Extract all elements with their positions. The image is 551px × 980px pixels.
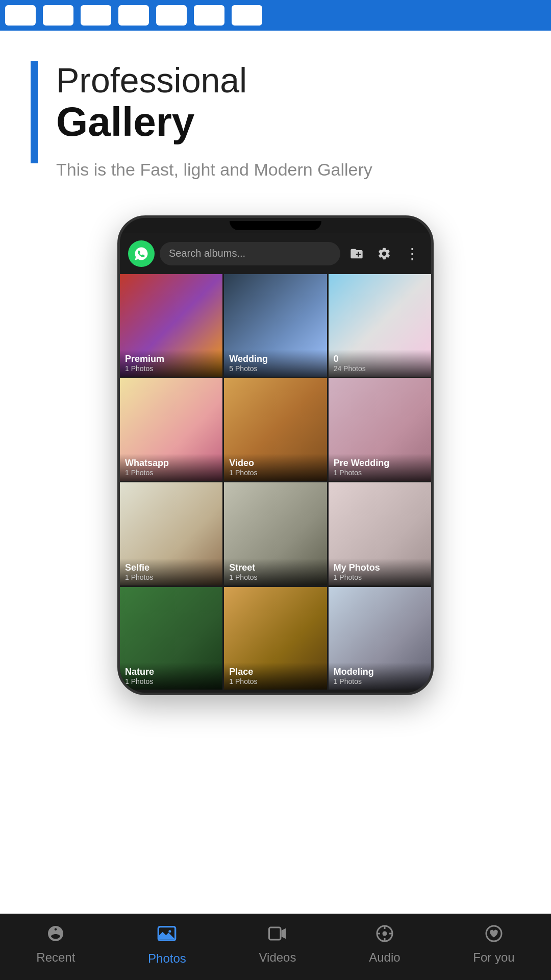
cell-album-name: Whatsapp — [125, 458, 217, 469]
phone-notch — [120, 218, 431, 233]
nav-icon-4 — [485, 924, 503, 947]
accent-bar — [31, 61, 38, 163]
nav-item-recent[interactable]: Recent — [36, 924, 75, 965]
cell-label: Premium 1 Photos — [120, 350, 222, 377]
cell-album-count: 1 Photos — [229, 573, 321, 581]
hero-title-bold: Gallery — [56, 100, 520, 144]
cell-album-name: Pre Wedding — [334, 458, 426, 469]
film-hole — [156, 5, 187, 26]
hero-subtitle: This is the Fast, light and Modern Galle… — [56, 160, 520, 180]
cell-label: Selfie 1 Photos — [120, 558, 222, 585]
cell-album-count: 1 Photos — [334, 469, 426, 477]
foryou-icon — [485, 924, 503, 943]
cell-album-count: 1 Photos — [125, 573, 217, 581]
cell-album-count: 1 Photos — [125, 364, 217, 373]
recent-icon — [46, 924, 65, 943]
cell-album-name: 0 — [334, 354, 426, 364]
nav-item-videos[interactable]: Videos — [259, 924, 296, 965]
audio-icon — [375, 924, 394, 943]
bottom-navigation: Recent Photos Videos Audio For you — [0, 914, 551, 980]
photo-cell[interactable]: Video 1 Photos — [224, 378, 327, 481]
videos-icon — [268, 924, 287, 943]
photo-grid: Premium 1 Photos Wedding 5 Photos 0 24 P… — [120, 274, 431, 691]
settings-button[interactable] — [373, 242, 395, 265]
cell-label: Street 1 Photos — [224, 558, 327, 585]
nav-item-audio[interactable]: Audio — [369, 924, 400, 965]
cell-album-name: My Photos — [334, 562, 426, 573]
cell-album-name: Place — [229, 667, 321, 677]
svg-marker-3 — [281, 928, 286, 939]
nav-item-photos[interactable]: Photos — [148, 923, 186, 966]
film-hole — [232, 5, 262, 26]
cell-label: 0 24 Photos — [329, 350, 431, 377]
photo-cell[interactable]: Selfie 1 Photos — [120, 482, 222, 585]
svg-point-5 — [382, 931, 387, 936]
add-folder-icon — [349, 247, 364, 261]
photo-cell[interactable]: Nature 1 Photos — [120, 587, 222, 690]
photo-cell[interactable]: Premium 1 Photos — [120, 274, 222, 377]
phone-mockup: Search albums... ⋮ Premium — [117, 215, 434, 695]
cell-album-name: Street — [229, 562, 321, 573]
cell-label: Place 1 Photos — [224, 663, 327, 690]
power-button — [431, 279, 434, 310]
photo-cell[interactable]: Street 1 Photos — [224, 482, 327, 585]
cell-label: Video 1 Photos — [224, 454, 327, 481]
svg-point-1 — [169, 930, 171, 933]
nav-label-2: Videos — [259, 950, 296, 965]
search-input[interactable]: Search albums... — [160, 242, 340, 265]
photo-cell[interactable]: My Photos 1 Photos — [329, 482, 431, 585]
film-hole — [81, 5, 111, 26]
cell-album-name: Modeling — [334, 667, 426, 677]
cell-album-count: 1 Photos — [125, 469, 217, 477]
photos-icon — [157, 923, 177, 944]
photo-cell[interactable]: Place 1 Photos — [224, 587, 327, 690]
whatsapp-svg — [134, 246, 149, 261]
cell-label: Wedding 5 Photos — [224, 350, 327, 377]
hero-title-wrap: Professional Gallery — [31, 61, 520, 144]
cell-album-name: Wedding — [229, 354, 321, 364]
cell-album-name: Selfie — [125, 562, 217, 573]
photo-cell[interactable]: 0 24 Photos — [329, 274, 431, 377]
cell-label: Modeling 1 Photos — [329, 663, 431, 690]
film-hole — [118, 5, 149, 26]
film-hole — [194, 5, 224, 26]
cell-album-count: 1 Photos — [334, 573, 426, 581]
svg-rect-2 — [269, 927, 281, 940]
cell-album-count: 5 Photos — [229, 364, 321, 373]
cell-album-count: 1 Photos — [229, 677, 321, 685]
nav-label-0: Recent — [36, 950, 75, 965]
cell-album-count: 1 Photos — [334, 677, 426, 685]
cell-label: My Photos 1 Photos — [329, 558, 431, 585]
nav-label-1: Photos — [148, 951, 186, 966]
photo-cell[interactable]: Pre Wedding 1 Photos — [329, 378, 431, 481]
phone-mockup-wrapper: Search albums... ⋮ Premium — [0, 215, 551, 705]
settings-icon — [377, 247, 391, 261]
nav-icon-3 — [375, 924, 394, 947]
add-folder-button[interactable] — [345, 242, 368, 265]
nav-item-for-you[interactable]: For you — [473, 924, 514, 965]
hero-title-light: Professional — [56, 61, 520, 100]
search-row: Search albums... ⋮ — [120, 233, 431, 274]
film-hole — [43, 5, 73, 26]
photo-cell[interactable]: Wedding 5 Photos — [224, 274, 327, 377]
cell-album-count: 24 Photos — [334, 364, 426, 373]
cell-label: Whatsapp 1 Photos — [120, 454, 222, 481]
cell-label: Nature 1 Photos — [120, 663, 222, 690]
cell-album-count: 1 Photos — [125, 677, 217, 685]
more-options-button[interactable]: ⋮ — [400, 242, 423, 265]
cell-album-name: Video — [229, 458, 321, 469]
cell-album-name: Premium — [125, 354, 217, 364]
cell-label: Pre Wedding 1 Photos — [329, 454, 431, 481]
notch-bar — [230, 221, 321, 230]
film-hole — [5, 5, 36, 26]
nav-icon-2 — [268, 924, 287, 947]
photo-cell[interactable]: Whatsapp 1 Photos — [120, 378, 222, 481]
photo-cell[interactable]: Modeling 1 Photos — [329, 587, 431, 690]
whatsapp-icon[interactable] — [128, 240, 155, 267]
nav-label-4: For you — [473, 950, 514, 965]
nav-icon-1 — [157, 923, 177, 948]
app-screen: Search albums... ⋮ Premium — [120, 233, 431, 693]
nav-icon-0 — [46, 924, 65, 947]
film-strip — [0, 0, 551, 31]
cell-album-name: Nature — [125, 667, 217, 677]
